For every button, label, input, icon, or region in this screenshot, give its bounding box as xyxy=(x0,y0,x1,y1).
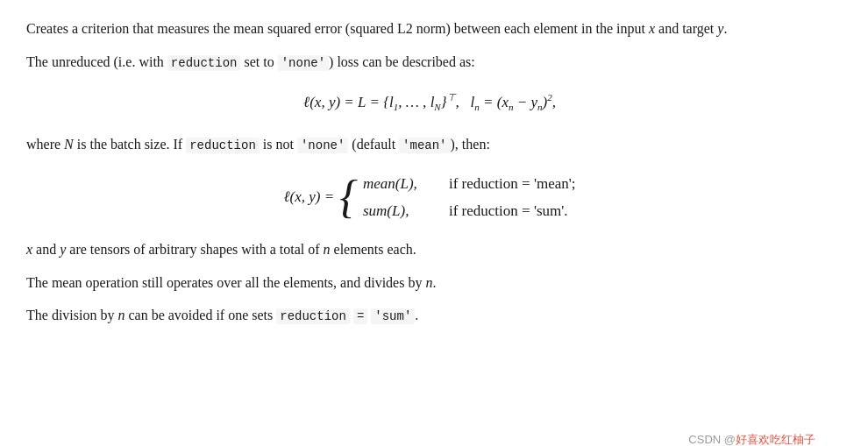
para2-prefix: The unreduced (i.e. with xyxy=(26,54,167,69)
para4-text: x and y are tensors of arbitrary shapes … xyxy=(26,242,416,257)
paragraph-2: The unreduced (i.e. with reduction set t… xyxy=(26,51,833,74)
para3-code-mean: 'mean' xyxy=(399,138,450,153)
big-brace-icon: { xyxy=(339,174,358,220)
paragraph-6: The division by n can be avoided if one … xyxy=(26,304,833,327)
case1-math: mean(L), xyxy=(363,172,442,195)
formula-1: ℓ(x, y) = L = {l1, … , lN}⊤, ln = (xn − … xyxy=(26,90,833,116)
para6-equals: = xyxy=(350,308,371,322)
paragraph-1: Creates a criterion that measures the me… xyxy=(26,18,833,40)
para6-code-reduction: reduction xyxy=(276,308,350,324)
watermark: CSDN @好喜欢吃红柚子 xyxy=(688,431,815,446)
para2-suffix: ) loss can be described as: xyxy=(329,54,475,69)
formula2-case2: sum(L), if reduction = 'sum'. xyxy=(363,199,576,223)
page-wrapper: Creates a criterion that measures the me… xyxy=(26,18,842,446)
para3-code-reduction: reduction xyxy=(186,138,260,153)
case2-condition: if reduction = 'sum'. xyxy=(449,199,568,223)
para3-prefix: where N is the batch size. If xyxy=(26,137,186,152)
para3-suffix: (default xyxy=(348,137,399,152)
para2-code-reduction: reduction xyxy=(167,55,241,71)
watermark-highlight: 好喜欢吃红柚子 xyxy=(736,433,815,446)
formula2-lhs: ℓ(x, y) = xyxy=(283,185,334,209)
content-area: Creates a criterion that measures the me… xyxy=(26,18,833,327)
para3-end: ), then: xyxy=(451,137,490,152)
formula1-lhs: ℓ(x, y) = L = {l1, … , lN}⊤, ln = (xn − … xyxy=(303,90,556,116)
formula2-brace: { xyxy=(339,174,358,220)
paragraph-4: x and y are tensors of arbitrary shapes … xyxy=(26,238,833,261)
para1-text: Creates a criterion that measures the me… xyxy=(26,21,727,36)
case2-math: sum(L), xyxy=(363,199,442,223)
para3-code-none: 'none' xyxy=(297,138,348,153)
case1-condition: if reduction = 'mean'; xyxy=(449,172,576,195)
watermark-prefix: CSDN @ xyxy=(688,433,736,446)
formula2-case1: mean(L), if reduction = 'mean'; xyxy=(363,172,576,195)
para6-code-sum: 'sum' xyxy=(371,308,415,324)
para2-code-none: 'none' xyxy=(278,55,329,71)
paragraph-3: where N is the batch size. If reduction … xyxy=(26,133,833,156)
para6-prefix: The division by n can be avoided if one … xyxy=(26,308,276,322)
formula-2: ℓ(x, y) = { mean(L), if reduction = 'mea… xyxy=(26,172,833,223)
para6-suffix: . xyxy=(415,308,418,322)
para5-text: The mean operation still operates over a… xyxy=(26,275,436,290)
para6-code-eq: = xyxy=(353,308,367,324)
paragraph-5: The mean operation still operates over a… xyxy=(26,272,833,294)
para2-middle: set to xyxy=(240,54,277,69)
formula2-cases: mean(L), if reduction = 'mean'; sum(L), … xyxy=(363,172,576,223)
para3-middle: is not xyxy=(260,137,297,152)
